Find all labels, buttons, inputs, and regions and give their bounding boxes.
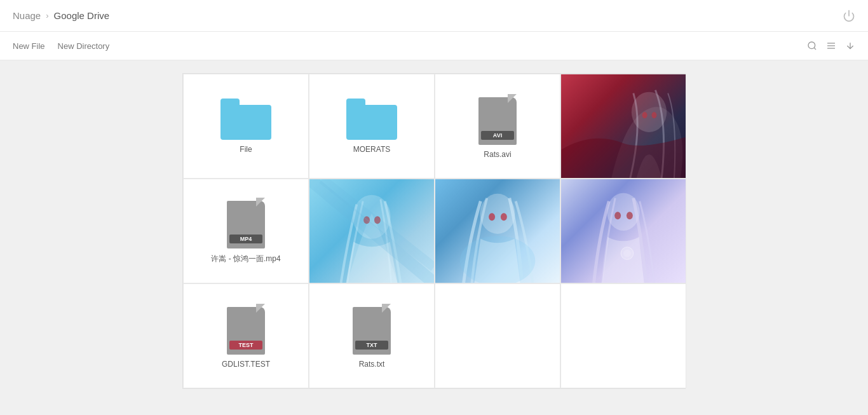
breadcrumb-root[interactable]: Nuage: [13, 10, 41, 21]
new-file-button[interactable]: New File: [13, 40, 45, 52]
svg-point-21: [614, 212, 621, 219]
list-view-button[interactable]: [826, 41, 836, 51]
grid-item-image-3[interactable]: [435, 179, 560, 283]
sort-button[interactable]: [845, 41, 855, 51]
grid-item-image-4[interactable]: [560, 179, 686, 283]
toolbar-right: [807, 41, 855, 51]
item-label: Rats.txt: [359, 360, 385, 369]
svg-point-17: [501, 213, 507, 221]
item-label: 许嵩 - 惊鸿一面.mp4: [211, 254, 280, 264]
main-content: File MOERATS AVI Rats.avi: [0, 60, 868, 402]
svg-point-7: [642, 112, 648, 118]
file-icon: TXT: [350, 304, 393, 355]
grid-item-image-1[interactable]: [560, 74, 686, 179]
item-label: GDLIST.TEST: [222, 360, 270, 369]
power-button[interactable]: [843, 10, 855, 22]
grid-item-empty-2: [560, 283, 686, 388]
search-button[interactable]: [807, 41, 817, 51]
grid-item-mp4[interactable]: MP4 许嵩 - 惊鸿一面.mp4: [183, 179, 309, 283]
file-badge-avi: AVI: [481, 131, 514, 140]
folder-icon: [220, 99, 271, 140]
file-grid: File MOERATS AVI Rats.avi: [182, 73, 686, 389]
file-icon: AVI: [476, 94, 519, 145]
grid-item-folder-moerats[interactable]: MOERATS: [309, 74, 435, 179]
file-badge-test: TEST: [229, 341, 262, 350]
grid-item-gdlist-test[interactable]: TEST GDLIST.TEST: [183, 283, 309, 388]
item-label: MOERATS: [353, 145, 390, 154]
grid-item-rats-avi[interactable]: AVI Rats.avi: [435, 74, 560, 179]
svg-point-24: [623, 250, 631, 257]
item-label: Rats.avi: [484, 150, 511, 159]
file-icon: MP4: [224, 198, 268, 248]
grid-item-image-2[interactable]: [309, 179, 435, 283]
toolbar-left: New File New Directory: [13, 40, 109, 52]
svg-point-1: [808, 42, 815, 49]
breadcrumb-separator: ›: [46, 11, 48, 20]
svg-point-8: [651, 112, 656, 118]
folder-icon: [346, 99, 397, 140]
file-badge-mp4: MP4: [229, 235, 262, 243]
grid-item-rats-txt[interactable]: TXT Rats.txt: [309, 283, 435, 388]
file-icon: TEST: [224, 304, 268, 355]
svg-point-22: [627, 212, 633, 219]
toolbar: New File New Directory: [0, 32, 868, 60]
svg-point-16: [489, 213, 495, 221]
grid-item-empty-1: [435, 283, 560, 388]
new-directory-button[interactable]: New Directory: [58, 40, 110, 52]
item-label: File: [240, 145, 252, 154]
breadcrumb-current: Google Drive: [54, 10, 110, 21]
svg-line-2: [814, 48, 816, 50]
breadcrumb: Nuage › Google Drive: [13, 10, 109, 21]
file-badge-txt: TXT: [355, 341, 388, 350]
top-bar: Nuage › Google Drive: [0, 0, 868, 32]
grid-item-folder-file[interactable]: File: [183, 74, 309, 179]
